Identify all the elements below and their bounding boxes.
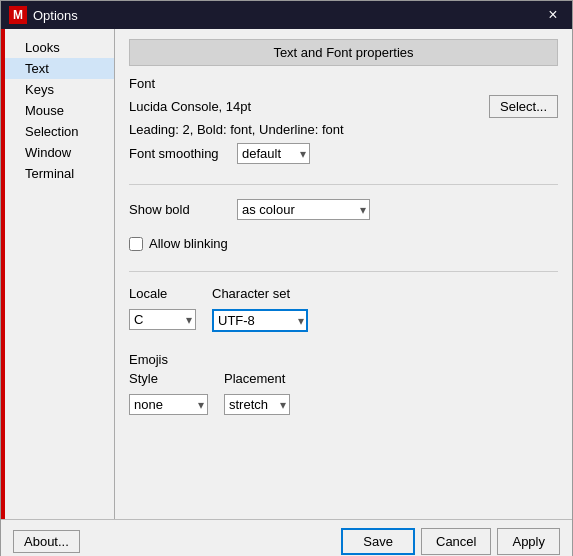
show-bold-wrapper: as colour as bold as colour and bold xyxy=(237,199,370,220)
style-label: Style xyxy=(129,371,208,386)
show-bold-select[interactable]: as colour as bold as colour and bold xyxy=(237,199,370,220)
sidebar: Looks Text Keys Mouse Selection Window T… xyxy=(5,29,115,519)
charset-wrapper: UTF-8 ISO-8859-1 UTF-16 xyxy=(212,309,308,332)
about-button[interactable]: About... xyxy=(13,530,80,553)
show-bold-row: Show bold as colour as bold as colour an… xyxy=(129,199,558,220)
font-info-row: Lucida Console, 14pt Select... xyxy=(129,95,558,118)
cancel-button[interactable]: Cancel xyxy=(421,528,491,555)
main-panel: Text and Font properties Font Lucida Con… xyxy=(115,29,572,519)
title-bar: M Options × xyxy=(1,1,572,29)
locale-select[interactable]: C en_US en_GB xyxy=(129,309,196,330)
sidebar-item-terminal[interactable]: Terminal xyxy=(5,163,114,184)
sidebar-item-text[interactable]: Text xyxy=(5,58,114,79)
placement-select[interactable]: stretch scale tile xyxy=(224,394,290,415)
font-section-label: Font xyxy=(129,76,558,91)
style-wrapper: none openmoji noto joypixels xyxy=(129,394,208,415)
allow-blinking-row: Allow blinking xyxy=(129,236,558,251)
sidebar-item-mouse[interactable]: Mouse xyxy=(5,100,114,121)
dialog-title: Options xyxy=(33,8,78,23)
show-bold-label: Show bold xyxy=(129,202,229,217)
emojis-row: Style none openmoji noto joypixels Place… xyxy=(129,371,558,415)
apply-button[interactable]: Apply xyxy=(497,528,560,555)
divider-2 xyxy=(129,271,558,272)
charset-label: Character set xyxy=(212,286,308,301)
font-name: Lucida Console, 14pt xyxy=(129,99,251,114)
emojis-label: Emojis xyxy=(129,352,558,367)
style-group: Style none openmoji noto joypixels xyxy=(129,371,208,415)
panel-title: Text and Font properties xyxy=(129,39,558,66)
charset-group: Character set UTF-8 ISO-8859-1 UTF-16 xyxy=(212,286,308,332)
sidebar-item-selection[interactable]: Selection xyxy=(5,121,114,142)
placement-label: Placement xyxy=(224,371,290,386)
dialog-content: Looks Text Keys Mouse Selection Window T… xyxy=(1,29,572,519)
allow-blinking-checkbox[interactable] xyxy=(129,237,143,251)
sidebar-item-looks[interactable]: Looks xyxy=(5,37,114,58)
locale-charset-row: Locale C en_US en_GB Character set UTF-8 xyxy=(129,286,558,332)
locale-wrapper: C en_US en_GB xyxy=(129,309,196,330)
locale-group: Locale C en_US en_GB xyxy=(129,286,196,330)
font-details: Leading: 2, Bold: font, Underline: font xyxy=(129,122,558,137)
font-section: Font Lucida Console, 14pt Select... Lead… xyxy=(129,76,558,170)
font-smoothing-label: Font smoothing xyxy=(129,146,229,161)
title-bar-left: M Options xyxy=(9,6,78,24)
options-dialog: M Options × Looks Text Keys Mouse Select… xyxy=(0,0,573,556)
emojis-section: Emojis Style none openmoji noto joypixel… xyxy=(129,352,558,415)
divider-1 xyxy=(129,184,558,185)
font-smoothing-row: Font smoothing default none slight mediu… xyxy=(129,143,558,164)
style-select[interactable]: none openmoji noto joypixels xyxy=(129,394,208,415)
allow-blinking-label: Allow blinking xyxy=(149,236,228,251)
sidebar-item-keys[interactable]: Keys xyxy=(5,79,114,100)
placement-wrapper: stretch scale tile xyxy=(224,394,290,415)
save-button[interactable]: Save xyxy=(341,528,415,555)
font-smoothing-wrapper: default none slight medium full xyxy=(237,143,310,164)
select-font-button[interactable]: Select... xyxy=(489,95,558,118)
charset-select[interactable]: UTF-8 ISO-8859-1 UTF-16 xyxy=(212,309,308,332)
close-button[interactable]: × xyxy=(542,4,564,26)
placement-group: Placement stretch scale tile xyxy=(224,371,290,415)
footer-buttons: Save Cancel Apply xyxy=(341,528,560,555)
dialog-footer: About... Save Cancel Apply xyxy=(1,519,572,556)
font-smoothing-select[interactable]: default none slight medium full xyxy=(237,143,310,164)
locale-label: Locale xyxy=(129,286,196,301)
app-icon: M xyxy=(9,6,27,24)
sidebar-item-window[interactable]: Window xyxy=(5,142,114,163)
